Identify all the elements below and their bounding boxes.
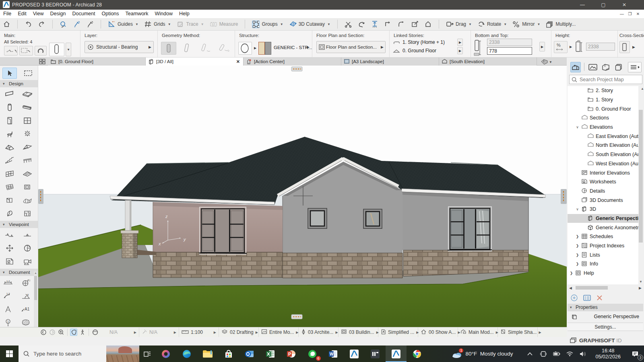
tree-item[interactable]: Generic Perspective (568, 214, 642, 223)
view-tab[interactable]: [South Elevation] ✕ (439, 58, 537, 66)
intersect-button[interactable] (382, 19, 395, 29)
height-input[interactable] (586, 43, 615, 51)
structure-shape-button[interactable] (238, 42, 252, 55)
grids-button[interactable]: Grids▼ (141, 19, 174, 29)
delete-item-icon[interactable] (597, 295, 603, 301)
guides-button[interactable]: Guides▼ (105, 19, 141, 29)
taskbar-search-input[interactable]: Type here to search (19, 346, 139, 362)
view-map-button[interactable] (588, 62, 598, 72)
taskbar-weather[interactable]: 1 80°F Mostly cloudy (452, 350, 523, 358)
tree-hscroll-thumb[interactable] (576, 286, 608, 290)
geometry-double-button[interactable] (198, 42, 213, 55)
powerpoint-app-icon[interactable]: P (281, 346, 302, 362)
orbit-button[interactable] (91, 329, 99, 336)
publisher-button[interactable] (613, 62, 624, 72)
notification-center-icon[interactable]: 3 (626, 346, 644, 362)
design-tool[interactable] (2, 114, 18, 127)
tree-item[interactable]: 3D Documents (568, 195, 642, 205)
layer-combo[interactable]: Structural - Bearing ▶ (85, 41, 154, 53)
column-preview-button[interactable] (49, 43, 64, 56)
structure-fill-swatch[interactable] (258, 42, 265, 55)
mirror-button[interactable]: Mirror▼ (510, 19, 543, 29)
tree-item[interactable]: ∨ 3D (568, 205, 642, 214)
cross-section-caret[interactable]: ▶ (632, 45, 635, 49)
design-tool[interactable] (2, 194, 18, 206)
start-button[interactable] (0, 346, 19, 362)
menu-item[interactable]: Design (47, 10, 69, 16)
palette-scrollbar[interactable]: ▲ (34, 272, 37, 327)
design-tool[interactable] (19, 101, 35, 113)
design-tool[interactable] (19, 194, 35, 206)
archicad-app-icon[interactable] (344, 346, 365, 362)
taskbar-clock[interactable]: 16:48 05/02/2026 (590, 348, 626, 360)
layout-book-button[interactable] (601, 62, 611, 72)
palette-document-header[interactable]: Document (0, 269, 38, 276)
tree-item[interactable]: West Elevation (Auto-re (568, 159, 642, 169)
statusbar-item[interactable]: 1:100 ▶ (179, 327, 219, 337)
tree-chevron-icon[interactable]: ❯ (569, 271, 574, 275)
close-button[interactable]: ✕ (617, 0, 631, 10)
doc-restore-icon[interactable]: ❐ (627, 11, 633, 17)
selection-grip-top[interactable] (291, 67, 302, 71)
menu-item[interactable]: Teamwork (122, 10, 152, 16)
arrow-tool[interactable] (2, 68, 17, 79)
floorplan-combo[interactable]: Floor Plan and Section... ▶ (316, 41, 386, 53)
structure-caret[interactable]: ▶ (307, 45, 310, 49)
design-tool[interactable] (19, 154, 35, 167)
tree-chevron-icon[interactable]: ∨ (575, 125, 580, 129)
tree-item[interactable]: 0. Ground Floor (568, 104, 642, 113)
column-preview-caret[interactable]: ▼ (66, 43, 71, 56)
bottom-offset-input[interactable] (487, 47, 532, 55)
tree-item[interactable]: ❯ Schedules (568, 232, 642, 241)
marquee-mini-button[interactable] (19, 46, 33, 56)
graphisoft-id[interactable]: GRAPHISOFT ID (570, 336, 644, 345)
design-tool[interactable] (19, 207, 35, 220)
edge-app-icon[interactable] (176, 346, 197, 362)
design-tool[interactable] (19, 114, 35, 127)
statusbar-item[interactable]: 03 Archite... ▶ (299, 327, 339, 337)
view-tab[interactable]: [Action Center] ✕ (244, 58, 341, 66)
tree-item[interactable]: 1. Story (568, 95, 642, 105)
tree-vscroll-down[interactable]: ▼ (639, 280, 642, 284)
tree-item[interactable]: Generic Axonometry (568, 223, 642, 232)
height-percent-caret[interactable]: ▶ (568, 41, 574, 53)
zoom-in-button[interactable] (58, 329, 65, 336)
design-tool[interactable] (19, 88, 35, 100)
copilot-app-icon[interactable] (155, 346, 176, 362)
tree-item[interactable]: Sections (568, 113, 642, 123)
geometry-straight-button[interactable] (161, 42, 176, 55)
adjust-button[interactable] (355, 19, 368, 29)
document-tool[interactable]: A1 (18, 303, 34, 315)
cutaway-button[interactable]: 3D Cutaway▼ (286, 19, 333, 29)
pickup-params-button[interactable] (57, 19, 70, 29)
trace-button[interactable]: Trace▼ (174, 19, 207, 29)
drag-button[interactable]: Drag▼ (443, 19, 475, 29)
design-tool[interactable] (19, 167, 35, 180)
palette-design-header[interactable]: Design (0, 80, 38, 87)
menu-item[interactable]: Options (98, 10, 122, 16)
tree-item[interactable]: ∨ Elevations (568, 123, 642, 132)
fillet-button[interactable] (395, 19, 408, 29)
tree-chevron-icon[interactable]: ❯ (575, 253, 580, 257)
tree-item[interactable]: South Elevation (Auto-r (568, 150, 642, 159)
tekla-app-icon[interactable] (365, 346, 386, 362)
groups-button[interactable]: Groups▼ (249, 19, 286, 29)
document-tool[interactable] (0, 303, 16, 315)
word-app-icon[interactable]: W (323, 346, 344, 362)
minimize-button[interactable]: — (576, 0, 589, 10)
tree-item[interactable]: ❯ Lists (568, 250, 642, 259)
tray-volume-icon[interactable] (576, 346, 590, 362)
structure-fill-swatch2[interactable] (265, 42, 271, 55)
statusbar-item[interactable]: N/A ▶ (139, 327, 179, 337)
tree-item[interactable]: ❯ Help (568, 269, 642, 278)
project-map-button[interactable] (570, 62, 581, 72)
tray-phone-icon[interactable] (537, 346, 550, 362)
roofpitch-button[interactable] (421, 19, 435, 29)
viewpoint-tool[interactable] (19, 255, 35, 267)
pan-button[interactable] (70, 329, 77, 336)
split-button[interactable] (342, 19, 355, 29)
tree-chevron-icon[interactable]: ❯ (575, 244, 580, 248)
tree-item[interactable]: Details (568, 187, 642, 196)
bottomtop-caret[interactable]: ▶ (539, 42, 545, 51)
design-tool[interactable] (2, 88, 18, 100)
